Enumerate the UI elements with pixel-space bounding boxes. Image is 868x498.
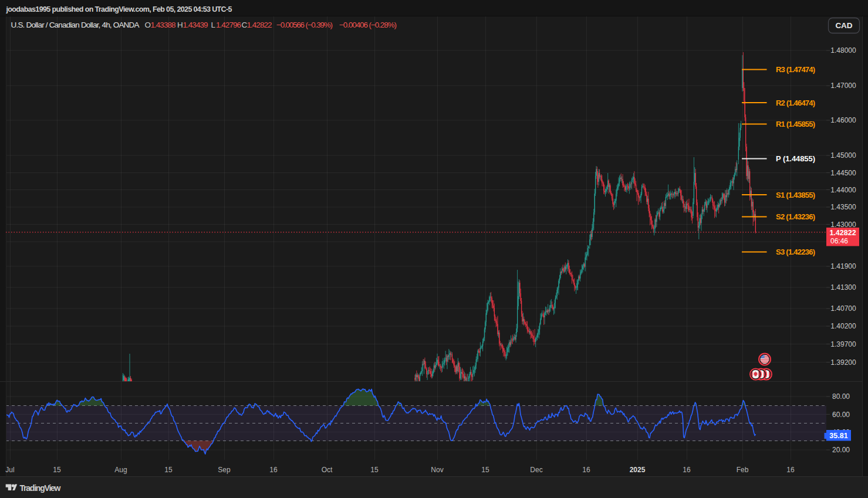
- svg-text:R1 (1.45855): R1 (1.45855): [776, 120, 815, 128]
- svg-text:1.40700: 1.40700: [830, 304, 856, 313]
- svg-text:P (1.44855): P (1.44855): [776, 154, 815, 163]
- svg-text:80.00: 80.00: [832, 392, 850, 401]
- svg-text:S1 (1.43855): S1 (1.43855): [776, 191, 815, 199]
- svg-text:15: 15: [164, 466, 173, 474]
- svg-text:1.48000: 1.48000: [830, 46, 856, 55]
- svg-text:Oct: Oct: [322, 466, 333, 474]
- svg-text:16: 16: [683, 466, 691, 474]
- svg-text:20.00: 20.00: [832, 446, 850, 454]
- svg-text:35.81: 35.81: [829, 432, 847, 440]
- svg-text:Jul: Jul: [5, 466, 14, 474]
- svg-text:1.46000: 1.46000: [830, 116, 856, 124]
- svg-text:1.43000: 1.43000: [830, 221, 856, 229]
- svg-text:1.41900: 1.41900: [830, 262, 856, 270]
- svg-text:H: H: [177, 21, 183, 29]
- svg-text:15: 15: [370, 466, 379, 474]
- svg-text:15: 15: [481, 466, 489, 474]
- svg-text:1.44000: 1.44000: [830, 186, 856, 194]
- svg-text:16: 16: [269, 466, 278, 474]
- svg-text:O: O: [145, 21, 151, 29]
- svg-text:1.43388: 1.43388: [151, 21, 176, 29]
- svg-text:−0.00406 (−0.28%): −0.00406 (−0.28%): [339, 21, 397, 29]
- svg-text:S2 (1.43236): S2 (1.43236): [776, 212, 815, 221]
- svg-text:Feb: Feb: [737, 466, 749, 474]
- svg-text:1.43500: 1.43500: [830, 203, 856, 211]
- svg-text:1.42822: 1.42822: [247, 21, 272, 29]
- svg-text:06:46: 06:46: [830, 237, 848, 245]
- svg-text:15: 15: [53, 466, 61, 474]
- svg-text:60.00: 60.00: [832, 411, 850, 419]
- svg-text:R2 (1.46474): R2 (1.46474): [776, 99, 815, 107]
- svg-text:1.45000: 1.45000: [830, 151, 856, 160]
- svg-text:1.40200: 1.40200: [830, 322, 856, 330]
- svg-text:−0.00566 (−0.39%): −0.00566 (−0.39%): [276, 21, 333, 29]
- svg-text:L: L: [211, 21, 216, 29]
- svg-text:1.42822: 1.42822: [829, 229, 856, 237]
- svg-text:S3 (1.42236): S3 (1.42236): [776, 248, 815, 256]
- svg-text:Dec: Dec: [530, 466, 542, 474]
- svg-text:1.39200: 1.39200: [830, 358, 856, 367]
- svg-text:Sep: Sep: [218, 466, 231, 474]
- svg-text:1.41300: 1.41300: [830, 283, 856, 292]
- svg-text:TradingView: TradingView: [20, 483, 61, 493]
- svg-text:U.S. Dollar / Canadian Dollar,: U.S. Dollar / Canadian Dollar, 4h, OANDA: [11, 21, 140, 29]
- svg-text:1.43439: 1.43439: [183, 21, 208, 29]
- svg-text:joodabas1995 published on Trad: joodabas1995 published on TradingView.co…: [6, 5, 232, 13]
- svg-text:CAD: CAD: [835, 21, 852, 30]
- svg-text:1.44500: 1.44500: [830, 169, 856, 177]
- svg-text:Nov: Nov: [431, 466, 443, 474]
- svg-text:16: 16: [786, 466, 795, 474]
- svg-text:R3 (1.47474): R3 (1.47474): [776, 65, 815, 74]
- svg-text:2025: 2025: [630, 466, 646, 474]
- svg-text:1.42796: 1.42796: [216, 21, 241, 29]
- svg-text:1.47000: 1.47000: [830, 82, 856, 90]
- svg-text:1.39700: 1.39700: [830, 340, 856, 348]
- svg-text:16: 16: [582, 466, 590, 474]
- svg-text:Aug: Aug: [114, 466, 127, 474]
